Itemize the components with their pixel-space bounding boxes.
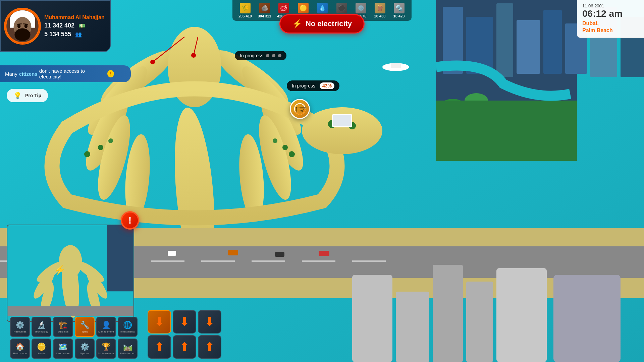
toolbar-paths[interactable]: 🛤️ Paths/terrain bbox=[118, 339, 138, 359]
player-name: Muhammad Al Nahajjan bbox=[44, 14, 105, 20]
progress-ring bbox=[293, 102, 307, 116]
resource-value-1: 304 311 bbox=[258, 14, 271, 18]
svg-point-71 bbox=[24, 24, 28, 28]
warning-text-after: don't have access to electricity! bbox=[39, 68, 103, 79]
build-btn-raise-2[interactable]: ⬆ bbox=[173, 335, 196, 359]
land-editor-label: Land editor bbox=[56, 352, 70, 355]
toolbar-land-editor[interactable]: 🗺️ Land editor bbox=[53, 339, 73, 359]
resource-icon-7: 🪵 bbox=[375, 3, 385, 13]
build-btn-lower-2[interactable]: ⬇ bbox=[173, 310, 196, 334]
in-progress-badge-1[interactable]: In progress bbox=[235, 51, 286, 60]
resource-value-7: 20 430 bbox=[374, 14, 386, 18]
svg-point-76 bbox=[18, 29, 27, 33]
resource-icon-1: 🪨 bbox=[259, 3, 270, 13]
toolbar-row-2: 🏠 Build mode 🪙 Funds 🗺️ Land editor ⚙️ O… bbox=[10, 339, 138, 359]
achievements-icon: 🏆 bbox=[102, 343, 111, 351]
build-btn-raise-3[interactable]: ⬆ bbox=[198, 335, 221, 359]
in-progress-label-2: In progress bbox=[292, 83, 315, 88]
svg-rect-95 bbox=[107, 225, 133, 291]
population-value: 5 134 555 bbox=[44, 31, 71, 38]
resource-icon-2: 🥩 bbox=[278, 3, 289, 13]
management-label: Management bbox=[98, 330, 114, 333]
svg-point-70 bbox=[17, 24, 20, 28]
warning-exclamation-icon: ! bbox=[107, 70, 114, 77]
bulb-icon: 💡 bbox=[13, 92, 22, 100]
resources-label: Resources bbox=[13, 330, 26, 333]
player-panel: Muhammad Al Nahajjan 11 342 402 💵 5 134 … bbox=[0, 0, 111, 52]
money-row: 11 342 402 💵 bbox=[44, 22, 105, 29]
build-mode-icon: 🏠 bbox=[15, 343, 24, 351]
construction-marker[interactable] bbox=[290, 99, 310, 119]
resource-value-0: 205 410 bbox=[238, 14, 252, 18]
options-icon: ⚙️ bbox=[80, 343, 89, 351]
pro-tip-label: Pro Tip bbox=[25, 93, 41, 98]
minimap[interactable]: ⚡ bbox=[7, 225, 134, 322]
raise-terrain-icon-3: ⬆ bbox=[205, 340, 215, 354]
toolbar-investments[interactable]: 🌐 Investments bbox=[118, 317, 138, 337]
technology-label: Technology bbox=[35, 330, 48, 333]
resource-icon-5: ⚫ bbox=[336, 3, 347, 13]
tools-icon: 🔧 bbox=[80, 321, 89, 329]
location-line2: Palm Beach bbox=[582, 27, 613, 33]
build-btn-lower-1[interactable]: ⬇ bbox=[148, 310, 171, 334]
toolbar-options[interactable]: ⚙️ Options bbox=[75, 339, 95, 359]
no-electricity-label: No electricity bbox=[306, 19, 352, 28]
player-info: Muhammad Al Nahajjan 11 342 402 💵 5 134 … bbox=[44, 14, 105, 38]
resource-icon-8: 🔩 bbox=[394, 3, 405, 13]
toolbar-technology[interactable]: 🔬 Technology bbox=[32, 317, 51, 337]
svg-text:⚡: ⚡ bbox=[54, 264, 66, 276]
achievements-label: Achievements bbox=[98, 352, 114, 355]
raise-terrain-icon-2: ⬆ bbox=[179, 340, 190, 354]
in-progress-label-1: In progress bbox=[240, 53, 263, 58]
investments-icon: 🌐 bbox=[123, 321, 132, 329]
warning-banner: Many citizens don't have access to elect… bbox=[0, 65, 131, 82]
progress-percent: 43% bbox=[320, 82, 334, 89]
resource-icon-0: 🌾 bbox=[240, 3, 251, 13]
date-text: 11.06.2001 bbox=[582, 3, 639, 8]
resource-value-8: 10 423 bbox=[393, 14, 405, 18]
lower-terrain-icon-1: ⬇ bbox=[154, 315, 164, 329]
in-progress-badge-2[interactable]: In progress 43% bbox=[287, 80, 339, 91]
build-btn-lower-3[interactable]: ⬇ bbox=[198, 310, 221, 334]
lower-terrain-icon-3: ⬇ bbox=[205, 315, 215, 329]
paths-icon: 🛤️ bbox=[123, 343, 132, 351]
resource-item-1: 🪨 304 311 bbox=[255, 2, 274, 19]
location-text: Dubai, Palm Beach bbox=[582, 20, 639, 34]
buildings-icon: 🏗️ bbox=[58, 321, 67, 329]
toolbar-tools[interactable]: 🔧 Tools bbox=[75, 317, 95, 337]
toolbar-achievements[interactable]: 🏆 Achievements bbox=[96, 339, 116, 359]
resource-icon-6: ⚙️ bbox=[356, 3, 366, 13]
toolbar-row-1: ⚙️ Resources 🔬 Technology 🏗️ Buildings 🔧… bbox=[10, 317, 138, 337]
toolbar-management[interactable]: 👤 Management bbox=[96, 317, 116, 337]
options-label: Options bbox=[80, 352, 89, 355]
pro-tip-button[interactable]: 💡 Pro Tip bbox=[7, 89, 48, 102]
paths-label: Paths/terrain bbox=[120, 352, 135, 355]
toolbar-resources[interactable]: ⚙️ Resources bbox=[10, 317, 30, 337]
build-tools-panel: ⬇ ⬇ ⬇ ⬆ ⬆ ⬆ bbox=[144, 307, 225, 362]
in-progress-dot-3 bbox=[278, 54, 281, 57]
management-icon: 👤 bbox=[102, 321, 111, 329]
avatar-svg bbox=[5, 9, 40, 44]
toolbar-build-mode[interactable]: 🏠 Build mode bbox=[10, 339, 30, 359]
minimap-svg: ⚡ bbox=[7, 225, 133, 321]
toolbar-funds[interactable]: 🪙 Funds bbox=[32, 339, 51, 359]
buildings-label: Buildings bbox=[58, 330, 68, 333]
date-panel: 11.06.2001 06:12 am Dubai, Palm Beach bbox=[577, 0, 644, 38]
warning-text-before: Many bbox=[5, 71, 17, 77]
build-row-1: ⬇ ⬇ ⬇ bbox=[148, 310, 221, 334]
location-line1: Dubai, bbox=[582, 20, 599, 26]
avatar bbox=[4, 8, 41, 45]
no-electricity-button[interactable]: ⚡ No electricity bbox=[279, 14, 365, 34]
toolbar-buildings[interactable]: 🏗️ Buildings bbox=[53, 317, 73, 337]
in-progress-dot-1 bbox=[266, 54, 269, 57]
population-row: 5 134 555 👥 bbox=[44, 31, 105, 38]
technology-icon: 🔬 bbox=[37, 321, 46, 329]
money-icon: 💵 bbox=[77, 22, 87, 29]
resource-item-0: 🌾 205 410 bbox=[236, 2, 255, 19]
error-exclamation: ! bbox=[128, 215, 131, 226]
error-marker[interactable]: ! bbox=[121, 211, 139, 230]
resource-item-8: 🔩 10 423 bbox=[390, 2, 408, 19]
build-row-2: ⬆ ⬆ ⬆ bbox=[148, 335, 221, 359]
build-btn-raise-1[interactable]: ⬆ bbox=[148, 335, 171, 359]
raise-terrain-icon-1: ⬆ bbox=[154, 340, 164, 354]
